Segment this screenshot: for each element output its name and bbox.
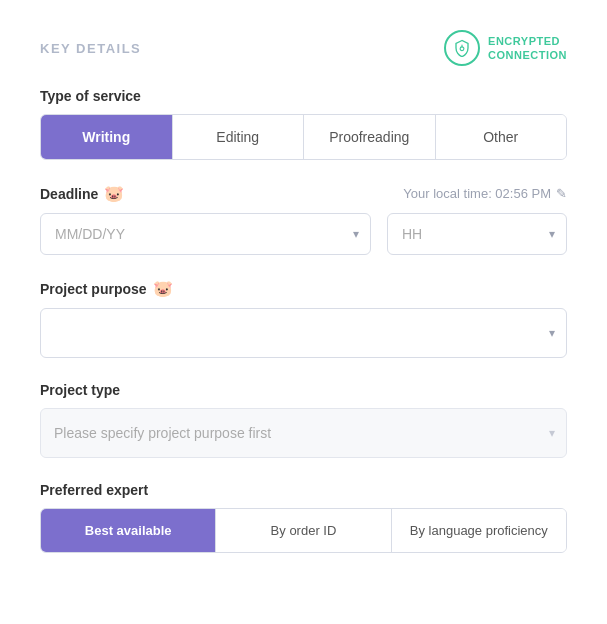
encrypted-label: ENCRYPTEDCONNECTION xyxy=(488,34,567,63)
encrypted-badge: ENCRYPTEDCONNECTION xyxy=(444,30,567,66)
service-btn-other[interactable]: Other xyxy=(436,115,567,159)
project-purpose-select[interactable] xyxy=(40,308,567,358)
deadline-label: Deadline 🐷 xyxy=(40,184,124,203)
header-row: KEY DETAILS ENCRYPTEDCONNECTION xyxy=(40,30,567,66)
preferred-expert-section: Preferred expert Best available By order… xyxy=(40,482,567,553)
page-title: KEY DETAILS xyxy=(40,41,141,56)
time-select[interactable]: HH xyxy=(387,213,567,255)
project-type-label: Project type xyxy=(40,382,567,398)
service-type-group: Writing Editing Proofreading Other xyxy=(40,114,567,160)
expert-btn-by-order-id[interactable]: By order ID xyxy=(216,509,391,552)
service-btn-writing[interactable]: Writing xyxy=(41,115,173,159)
preferred-expert-group: Best available By order ID By language p… xyxy=(40,508,567,553)
preferred-expert-label: Preferred expert xyxy=(40,482,567,498)
service-btn-editing[interactable]: Editing xyxy=(173,115,305,159)
date-select-wrapper: MM/DD/YY ▾ xyxy=(40,213,371,255)
edit-icon[interactable]: ✎ xyxy=(556,186,567,201)
shield-icon xyxy=(444,30,480,66)
piggy-icon-2: 🐷 xyxy=(153,279,173,298)
service-btn-proofreading[interactable]: Proofreading xyxy=(304,115,436,159)
deadline-header: Deadline 🐷 Your local time: 02:56 PM ✎ xyxy=(40,184,567,203)
piggy-icon: 🐷 xyxy=(104,184,124,203)
date-select[interactable]: MM/DD/YY xyxy=(40,213,371,255)
expert-btn-by-language-proficiency[interactable]: By language proficiency xyxy=(392,509,566,552)
project-type-section: Project type ▾ Please specify project pu… xyxy=(40,382,567,458)
deadline-inputs: MM/DD/YY ▾ HH ▾ xyxy=(40,213,567,255)
purpose-select-wrapper: ▾ xyxy=(40,308,567,358)
service-type-label: Type of service xyxy=(40,88,567,104)
project-type-select-wrapper: ▾ Please specify project purpose first xyxy=(40,408,567,458)
project-type-select[interactable] xyxy=(40,408,567,458)
expert-btn-best-available[interactable]: Best available xyxy=(41,509,216,552)
project-purpose-label: Project purpose 🐷 xyxy=(40,279,567,298)
local-time: Your local time: 02:56 PM ✎ xyxy=(403,186,567,201)
time-select-wrapper: HH ▾ xyxy=(387,213,567,255)
project-purpose-section: Project purpose 🐷 ▾ xyxy=(40,279,567,358)
